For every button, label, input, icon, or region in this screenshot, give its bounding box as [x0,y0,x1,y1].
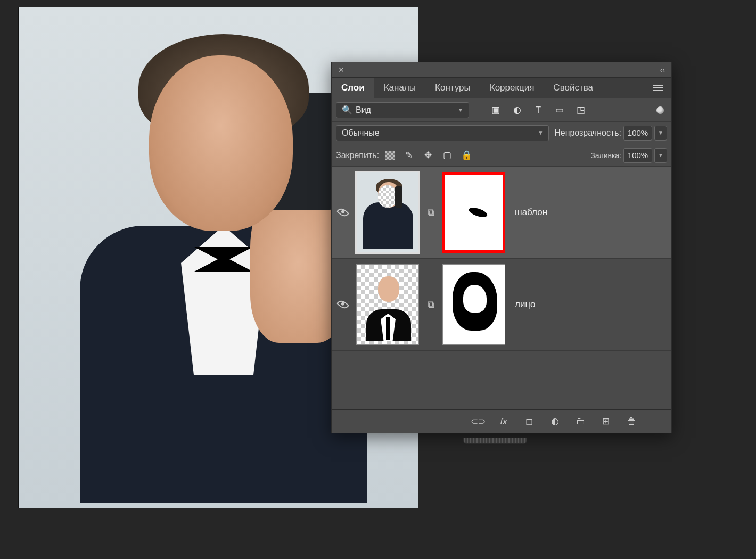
lock-artboard-icon[interactable]: ▢ [442,150,453,161]
blend-mode-select[interactable]: Обычные ▼ [336,125,549,141]
tab-layers[interactable]: Слои [332,78,374,98]
filter-shape-icon[interactable]: ▭ [554,105,565,116]
panel-menu-icon[interactable] [650,81,666,94]
chevron-down-icon: ▼ [458,107,463,113]
lock-label: Закрепить: [336,151,379,160]
visibility-eye-icon[interactable] [336,206,349,219]
layer-mask-thumbnail[interactable] [442,264,505,345]
close-icon[interactable]: ✕ [336,65,347,74]
layer-row[interactable]: ⧉ шаблон [332,167,671,259]
collapse-icon[interactable]: ‹‹ [658,65,667,74]
layers-bottom-toolbar: ⊂⊃ fx ◻ ◐ 🗀 ⊞ 🗑 [332,409,671,433]
chevron-down-icon: ▼ [538,130,543,136]
fill-value[interactable]: 100% [623,148,652,163]
panel-tabs: Слои Каналы Контуры Коррекция Свойства [332,77,671,98]
new-layer-icon[interactable]: ⊞ [601,416,611,427]
layers-list: ⧉ шаблон ⧉ лицо [332,167,671,351]
tab-paths[interactable]: Контуры [425,78,480,98]
layer-thumbnail[interactable] [356,172,419,253]
visibility-eye-icon[interactable] [336,298,349,311]
panel-titlebar[interactable]: ✕ ‹‹ [332,62,671,77]
layer-kind-select[interactable]: 🔍Вид ▼ [336,102,469,118]
layer-name[interactable]: лицо [515,299,535,310]
filter-image-icon[interactable]: ▣ [490,105,501,116]
lock-all-icon[interactable]: 🔒 [461,150,472,161]
add-mask-icon[interactable]: ◻ [524,416,535,427]
filter-row: 🔍Вид ▼ ▣ ◐ T ▭ ◳ [332,98,671,122]
lock-transparency-icon[interactable] [384,150,395,161]
tab-properties[interactable]: Свойства [544,78,603,98]
delete-layer-icon[interactable]: 🗑 [626,416,637,427]
filter-smart-icon[interactable]: ◳ [576,105,586,116]
layer-mask-thumbnail[interactable] [442,172,505,253]
tab-channels[interactable]: Каналы [374,78,425,98]
layer-thumbnail[interactable] [356,264,419,345]
kind-label: Вид [356,105,371,114]
lock-row: Закрепить: ✎ ✥ ▢ 🔒 Заливка: 100% ▼ [332,144,671,167]
adjustment-layer-icon[interactable]: ◐ [549,416,560,427]
filter-type-icon[interactable]: T [533,105,544,116]
tab-adjustments[interactable]: Коррекция [480,78,544,98]
lock-position-icon[interactable]: ✥ [423,150,433,161]
filter-toggle[interactable] [656,106,664,114]
mask-link-icon[interactable]: ⧉ [425,205,436,220]
panel-empty-area[interactable] [332,351,671,409]
new-group-icon[interactable]: 🗀 [575,416,586,427]
opacity-value[interactable]: 100% [623,126,652,141]
mask-link-icon[interactable]: ⧉ [425,297,436,312]
lock-brush-icon[interactable]: ✎ [404,150,414,161]
filter-adjust-icon[interactable]: ◐ [512,105,522,116]
layers-panel: ✕ ‹‹ Слои Каналы Контуры Коррекция Свойс… [331,62,672,433]
link-layers-icon[interactable]: ⊂⊃ [473,416,483,427]
opacity-label: Непрозрачность: [554,128,621,138]
canvas-image [69,23,367,503]
blend-mode-value: Обычные [342,128,380,138]
blend-row: Обычные ▼ Непрозрачность: 100% ▼ [332,122,671,144]
search-icon: 🔍 [342,105,352,114]
panel-grip[interactable] [463,438,527,444]
fill-label: Заливка: [590,151,621,160]
fill-chevron[interactable]: ▼ [654,148,667,163]
opacity-chevron[interactable]: ▼ [654,126,667,141]
layer-name[interactable]: шаблон [515,207,547,218]
layer-row[interactable]: ⧉ лицо [332,259,671,351]
layer-style-icon[interactable]: fx [498,416,509,427]
